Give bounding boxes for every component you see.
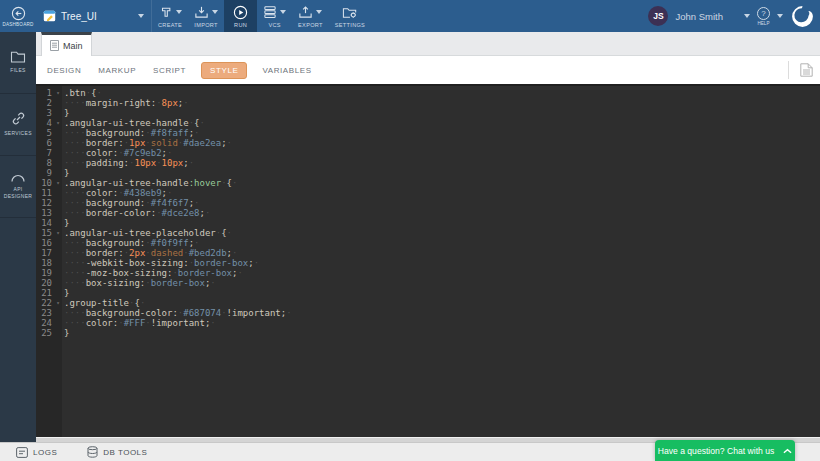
line-number[interactable]: 9 xyxy=(36,168,62,178)
import-label: IMPORT xyxy=(194,22,217,28)
line-number[interactable]: 24 xyxy=(36,318,62,328)
code-line[interactable]: } xyxy=(64,218,820,228)
user-name[interactable]: John Smith xyxy=(675,11,723,22)
top-toolbar: DASHBOARD Tree_UI CREATE IMPORT RUN VCS xyxy=(0,0,820,32)
api-designer-label: API DESIGNER xyxy=(0,186,36,201)
chevron-down-icon xyxy=(138,14,144,18)
sidebar-item-services[interactable]: SERVICES xyxy=(0,94,36,156)
code-line[interactable]: .group-title·{· xyxy=(64,298,820,308)
services-label: SERVICES xyxy=(2,130,34,138)
project-selector[interactable]: Tree_UI xyxy=(36,0,152,32)
tab-script[interactable]: SCRIPT xyxy=(151,63,188,78)
dashboard-button[interactable]: DASHBOARD xyxy=(0,0,36,32)
logs-icon xyxy=(16,447,28,458)
line-number[interactable]: 19 xyxy=(36,268,62,278)
line-number[interactable]: 8 xyxy=(36,158,62,168)
chevron-up-icon xyxy=(783,448,792,454)
line-number[interactable]: 1▾ xyxy=(36,88,62,98)
fold-toggle-icon[interactable]: ▾ xyxy=(54,178,62,188)
code-line[interactable]: ····border:·1px·solid·#dae2ea;· xyxy=(64,138,820,148)
settings-button[interactable]: SETTINGS xyxy=(329,0,371,32)
tab-style[interactable]: STYLE xyxy=(201,62,247,79)
code-line[interactable]: .btn·{· xyxy=(64,88,820,98)
fold-toggle-icon[interactable]: ▾ xyxy=(54,228,62,238)
gutter: 1▾234▾5678910▾1112131415▾16171819202122▾… xyxy=(36,86,62,437)
line-number[interactable]: 18 xyxy=(36,258,62,268)
brand-wave-logo-icon xyxy=(790,4,815,29)
line-number[interactable]: 12 xyxy=(36,198,62,208)
tab-design[interactable]: DESIGN xyxy=(45,63,83,78)
logs-button[interactable]: LOGS xyxy=(16,447,57,458)
chat-label: Have a question? Chat with us xyxy=(658,446,775,456)
db-tools-button[interactable]: DB TOOLS xyxy=(87,446,147,458)
tab-main[interactable]: Main xyxy=(41,32,92,56)
line-number[interactable]: 20 xyxy=(36,278,62,288)
help-menu-caret-icon[interactable] xyxy=(777,14,783,18)
sidebar-item-files[interactable]: FILES xyxy=(0,32,36,94)
run-play-icon xyxy=(233,5,248,20)
code-line[interactable]: ····border:·2px·dashed·#bed2db;· xyxy=(64,248,820,258)
code-line[interactable]: .angular-ui-tree-handle·{· xyxy=(64,118,820,128)
link-icon xyxy=(11,111,26,126)
code-line[interactable]: ····padding:·10px·10px;· xyxy=(64,158,820,168)
save-page-icon[interactable] xyxy=(800,63,813,77)
tab-variables[interactable]: VARIABLES xyxy=(260,63,313,78)
line-number[interactable]: 21 xyxy=(36,288,62,298)
line-number[interactable]: 6 xyxy=(36,138,62,148)
document-icon xyxy=(50,40,59,51)
help-button[interactable]: ? HELP xyxy=(757,7,770,26)
line-number[interactable]: 2 xyxy=(36,98,62,108)
code-line[interactable]: } xyxy=(64,328,820,338)
line-number[interactable]: 11 xyxy=(36,188,62,198)
code-line[interactable]: ····margin-right:·8px;· xyxy=(64,98,820,108)
user-menu-caret-icon[interactable] xyxy=(744,14,750,18)
create-button[interactable]: CREATE xyxy=(152,0,188,32)
line-number[interactable]: 4▾ xyxy=(36,118,62,128)
chat-widget-button[interactable]: Have a question? Chat with us xyxy=(655,440,795,461)
code-line[interactable]: ····color:·#438eb9;· xyxy=(64,188,820,198)
line-number[interactable]: 25 xyxy=(36,328,62,338)
code-line[interactable]: ····color:·#FFF·!important;· xyxy=(64,318,820,328)
fold-toggle-icon[interactable]: ▾ xyxy=(54,118,62,128)
code-line[interactable]: ····box-sizing:·border-box;· xyxy=(64,278,820,288)
run-button[interactable]: RUN xyxy=(224,0,257,32)
fold-toggle-icon[interactable]: ▾ xyxy=(54,298,62,308)
tab-markup[interactable]: MARKUP xyxy=(96,63,138,78)
fold-toggle-icon[interactable]: ▾ xyxy=(54,88,62,98)
code-line[interactable]: ····background:·#f0f9ff;· xyxy=(64,238,820,248)
line-number[interactable]: 15▾ xyxy=(36,228,62,238)
line-number[interactable]: 13 xyxy=(36,208,62,218)
line-number[interactable]: 14 xyxy=(36,218,62,228)
project-name: Tree_UI xyxy=(61,11,97,22)
export-button[interactable]: EXPORT xyxy=(292,0,329,32)
code-line[interactable]: } xyxy=(64,168,820,178)
line-number[interactable]: 17 xyxy=(36,248,62,258)
code-line[interactable]: } xyxy=(64,108,820,118)
line-number[interactable]: 3 xyxy=(36,108,62,118)
code-line[interactable]: .angular-ui-tree-handle:hover·{· xyxy=(64,178,820,188)
code-line[interactable]: ····color:·#7c9eb2;· xyxy=(64,148,820,158)
line-number[interactable]: 16 xyxy=(36,238,62,248)
code-line[interactable]: ····background:·#f8faff;· xyxy=(64,128,820,138)
line-number[interactable]: 22▾ xyxy=(36,298,62,308)
code-line[interactable]: ····background-color:·#687074·!important… xyxy=(64,308,820,318)
avatar[interactable]: JS xyxy=(648,6,668,26)
code-line[interactable]: ····-webkit-box-sizing:·border-box;· xyxy=(64,258,820,268)
code-line[interactable]: ····-moz-box-sizing:·border-box;· xyxy=(64,268,820,278)
tab-bar: Main xyxy=(36,32,820,56)
code-line[interactable]: .angular-ui-tree-placeholder·{· xyxy=(64,228,820,238)
code-editor[interactable]: 1▾234▾5678910▾1112131415▾16171819202122▾… xyxy=(36,84,820,437)
code-area[interactable]: .btn·{·····margin-right:·8px;·}.angular-… xyxy=(62,86,820,437)
code-line[interactable]: } xyxy=(64,288,820,298)
import-icon xyxy=(194,5,209,19)
line-number[interactable]: 23 xyxy=(36,308,62,318)
line-number[interactable]: 7 xyxy=(36,148,62,158)
folder-icon xyxy=(10,50,26,63)
sidebar-item-api-designer[interactable]: API DESIGNER xyxy=(0,156,36,218)
vcs-button[interactable]: VCS xyxy=(257,0,292,32)
import-button[interactable]: IMPORT xyxy=(188,0,224,32)
line-number[interactable]: 5 xyxy=(36,128,62,138)
line-number[interactable]: 10▾ xyxy=(36,178,62,188)
code-line[interactable]: ····border-color:·#dce2e8;· xyxy=(64,208,820,218)
code-line[interactable]: ····background:·#f4f6f7;· xyxy=(64,198,820,208)
